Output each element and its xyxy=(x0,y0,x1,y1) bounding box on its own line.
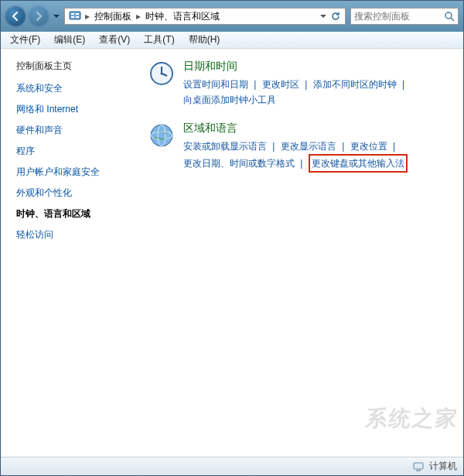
menu-help[interactable]: 帮助(H) xyxy=(183,32,227,48)
link-desktop-gadget[interactable]: 向桌面添加时钟小工具 xyxy=(183,94,276,105)
link-change-formats[interactable]: 更改日期、时间或数字格式 xyxy=(183,158,295,169)
statusbar: 计算机 xyxy=(1,457,463,475)
link-add-clocks[interactable]: 添加不同时区的时钟 xyxy=(313,79,397,90)
separator: | xyxy=(390,141,398,152)
sidebar-item-ease-of-access[interactable]: 轻松访问 xyxy=(16,228,134,241)
titlebar: ▸ 控制面板 ▸ 时钟、语言和区域 xyxy=(1,1,463,32)
chevron-right-icon[interactable]: ▸ xyxy=(135,11,142,22)
svg-point-10 xyxy=(161,73,163,75)
menu-edit[interactable]: 编辑(E) xyxy=(48,32,91,48)
sidebar-item-programs[interactable]: 程序 xyxy=(16,145,134,158)
sidebar-item-hardware-sound[interactable]: 硬件和声音 xyxy=(16,124,134,137)
menu-view[interactable]: 查看(V) xyxy=(93,32,136,48)
forward-button[interactable] xyxy=(29,6,49,26)
body: 控制面板主页 系统和安全 网络和 Internet 硬件和声音 程序 用户帐户和… xyxy=(1,49,463,457)
link-change-display-lang[interactable]: 更改显示语言 xyxy=(281,141,336,152)
nav-history-dropdown[interactable] xyxy=(52,13,61,19)
sidebar: 控制面板主页 系统和安全 网络和 Internet 硬件和声音 程序 用户帐户和… xyxy=(1,49,140,457)
window: ▸ 控制面板 ▸ 时钟、语言和区域 文件(F) 编辑( xyxy=(0,0,464,476)
address-wrap: ▸ 控制面板 ▸ 时钟、语言和区域 xyxy=(64,8,459,25)
computer-icon xyxy=(412,461,425,473)
sidebar-item-appearance[interactable]: 外观和个性化 xyxy=(16,187,134,200)
menu-tools[interactable]: 工具(T) xyxy=(138,32,180,48)
link-set-date-time[interactable]: 设置时间和日期 xyxy=(183,79,248,90)
section-region-language: 区域和语言 安装或卸载显示语言 | 更改显示语言 | 更改位置 | 更改日期、时… xyxy=(148,122,455,173)
svg-rect-3 xyxy=(71,16,74,18)
section-date-time: 日期和时间 设置时间和日期 | 更改时区 | 添加不同时区的时钟 | 向桌面添加… xyxy=(148,60,455,108)
back-button[interactable] xyxy=(5,6,26,26)
globe-icon xyxy=(148,122,176,149)
link-change-keyboards-ime[interactable]: 更改键盘或其他输入法 xyxy=(312,158,404,169)
svg-rect-4 xyxy=(76,16,79,18)
addressbar[interactable]: ▸ 控制面板 ▸ 时钟、语言和区域 xyxy=(64,8,346,25)
address-dropdown[interactable] xyxy=(319,13,328,19)
watermark: 系统之家 xyxy=(364,404,460,433)
section-region-language-title[interactable]: 区域和语言 xyxy=(183,122,455,135)
status-text: 计算机 xyxy=(429,460,457,473)
svg-point-11 xyxy=(151,125,172,146)
clock-icon xyxy=(148,60,176,87)
link-change-location[interactable]: 更改位置 xyxy=(350,141,387,152)
separator: | xyxy=(339,141,347,152)
svg-line-6 xyxy=(451,18,454,21)
search-input[interactable] xyxy=(354,11,441,22)
svg-point-5 xyxy=(445,12,452,19)
section-date-time-title[interactable]: 日期和时间 xyxy=(183,60,455,74)
separator: | xyxy=(302,79,310,90)
breadcrumb-part-control-panel[interactable]: 控制面板 xyxy=(91,10,135,23)
menu-file[interactable]: 文件(F) xyxy=(4,32,46,48)
sidebar-item-user-accounts[interactable]: 用户帐户和家庭安全 xyxy=(16,166,134,179)
separator: | xyxy=(297,158,305,169)
sidebar-item-clock-lang-region[interactable]: 时钟、语言和区域 xyxy=(16,207,134,221)
section-region-language-body: 区域和语言 安装或卸载显示语言 | 更改显示语言 | 更改位置 | 更改日期、时… xyxy=(183,122,455,173)
svg-rect-2 xyxy=(76,13,79,15)
search-box[interactable] xyxy=(350,8,459,25)
content-pane: 日期和时间 设置时间和日期 | 更改时区 | 添加不同时区的时钟 | 向桌面添加… xyxy=(140,49,463,457)
separator: | xyxy=(251,79,259,90)
separator: | xyxy=(269,141,278,152)
section-region-language-links: 安装或卸载显示语言 | 更改显示语言 | 更改位置 | 更改日期、时间或数字格式… xyxy=(183,139,455,173)
control-panel-icon xyxy=(68,9,82,23)
link-change-timezone[interactable]: 更改时区 xyxy=(262,79,299,90)
menubar: 文件(F) 编辑(E) 查看(V) 工具(T) 帮助(H) xyxy=(1,32,463,49)
section-date-time-links: 设置时间和日期 | 更改时区 | 添加不同时区的时钟 | 向桌面添加时钟小工具 xyxy=(183,77,455,108)
separator: | xyxy=(399,79,408,90)
sidebar-home[interactable]: 控制面板主页 xyxy=(7,60,134,73)
link-install-language[interactable]: 安装或卸载显示语言 xyxy=(183,141,267,152)
svg-rect-1 xyxy=(71,13,74,15)
refresh-icon[interactable] xyxy=(328,11,343,22)
chevron-right-icon[interactable]: ▸ xyxy=(84,11,91,22)
search-icon[interactable] xyxy=(444,11,455,22)
svg-rect-14 xyxy=(414,463,423,469)
sidebar-item-system-security[interactable]: 系统和安全 xyxy=(16,82,134,95)
svg-rect-15 xyxy=(416,470,421,471)
svg-rect-0 xyxy=(70,12,80,19)
section-date-time-body: 日期和时间 设置时间和日期 | 更改时区 | 添加不同时区的时钟 | 向桌面添加… xyxy=(183,60,455,108)
sidebar-item-network-internet[interactable]: 网络和 Internet xyxy=(16,103,134,116)
breadcrumb-part-clock-lang-region[interactable]: 时钟、语言和区域 xyxy=(142,10,223,23)
highlight-box: 更改键盘或其他输入法 xyxy=(309,154,408,173)
